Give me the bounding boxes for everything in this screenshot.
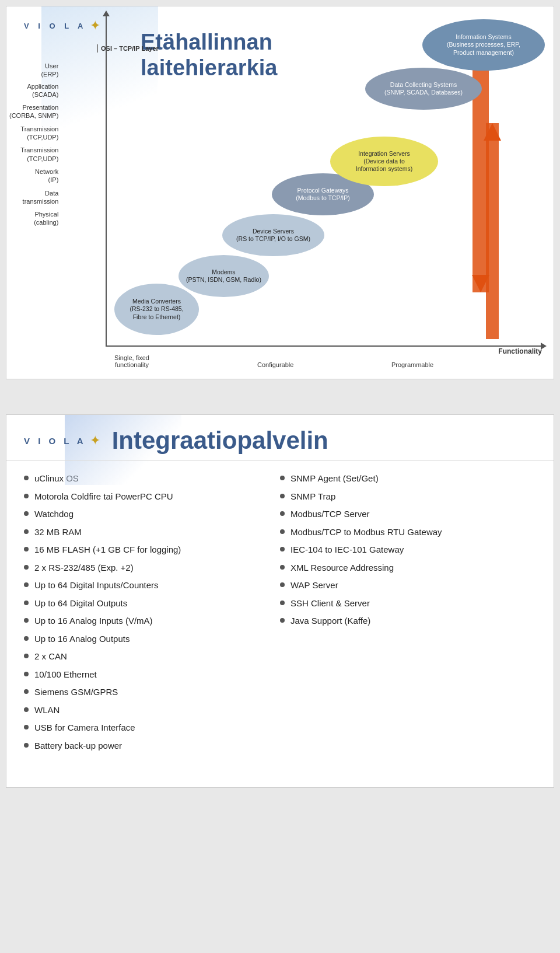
list-item: XML Resource Addressing <box>280 562 524 574</box>
layer-user-erp: User(ERP) <box>9 62 61 79</box>
ellipse-media-converters: Media Converters(RS-232 to RS-485,Fibre … <box>114 284 199 335</box>
slide2-logo-text: V I O L A <box>24 436 86 446</box>
logo-text: V I O L A <box>24 22 86 30</box>
bullet <box>24 725 29 729</box>
layer-presentation: Presentation(CORBA, SNMP) <box>9 103 61 120</box>
list-item: Watchdog <box>24 508 268 520</box>
bullet <box>280 511 285 516</box>
list-item: 2 x RS-232/485 (Exp. +2) <box>24 562 268 574</box>
list-item: Modbus/TCP Server <box>280 508 524 520</box>
list-item: Up to 16 Analog Outputs <box>24 633 268 645</box>
title-line1: Etähallinnan <box>141 30 277 55</box>
bullet <box>24 582 29 587</box>
slide2-logo: V I O L A ✦ <box>24 433 100 448</box>
list-item: WAP Server <box>280 580 524 591</box>
bullet <box>280 618 285 623</box>
bullet <box>24 547 29 551</box>
list-item: Siemens GSM/GPRS <box>24 686 268 698</box>
x-axis <box>106 345 542 347</box>
slide1: V I O L A ✦ OSI – TCP/IP Layer Etähallin… <box>6 6 554 379</box>
logo-star: ✦ <box>90 18 100 33</box>
layer-data: Datatransmission <box>9 189 61 206</box>
list-item: Java Support (Kaffe) <box>280 615 524 627</box>
title-line2: laitehierarkia <box>141 55 277 81</box>
bullet <box>24 743 29 748</box>
list-item: USB for Camera Interface <box>24 722 268 734</box>
osi-header: OSI – TCP/IP Layer <box>101 45 159 52</box>
list-item: Up to 64 Digital Inputs/Counters <box>24 580 268 591</box>
list-item: 32 MB RAM <box>24 526 268 538</box>
bullet <box>280 547 285 551</box>
col2-list: SNMP Agent (Set/Get) SNMP Trap Modbus/TC… <box>280 473 524 627</box>
list-item: SNMP Agent (Set/Get) <box>280 473 524 484</box>
bullet <box>280 494 285 498</box>
slide-gap <box>0 385 560 409</box>
ellipse-modems: Modems(PSTN, ISDN, GSM, Radio) <box>178 255 269 297</box>
ellipse-device-servers: Device Servers(RS to TCP/IP, I/O to GSM) <box>222 214 324 256</box>
bullet <box>280 476 285 480</box>
bullet <box>24 654 29 658</box>
list-item: Motorola Coldfire tai PowerPC CPU <box>24 491 268 502</box>
layer-application: Application(SCADA) <box>9 82 61 99</box>
bullet <box>24 618 29 623</box>
list-item: WLAN <box>24 704 268 716</box>
ellipse-data-collecting: Data Collecting Systems(SNMP, SCADA, Dat… <box>365 68 482 110</box>
bullet <box>24 529 29 534</box>
slide2-logo-star: ✦ <box>90 433 100 448</box>
slide2-col2: SNMP Agent (Set/Get) SNMP Trap Modbus/TC… <box>280 473 536 757</box>
col1-list: uClinux OS Motorola Coldfire tai PowerPC… <box>24 473 268 751</box>
list-item: Modbus/TCP to Modbus RTU Gateway <box>280 526 524 538</box>
axis-label-programmable: Programmable <box>391 361 433 368</box>
list-item: Battery back-up power <box>24 740 268 752</box>
list-item: Up to 64 Digital Outputs <box>24 598 268 609</box>
slide2-header: V I O L A ✦ Integraatiopalvelin <box>6 415 554 461</box>
list-item: 10/100 Ethernet <box>24 669 268 680</box>
bullet <box>24 565 29 570</box>
axis-functionality-label: Functionality <box>498 347 542 355</box>
list-item: 2 x CAN <box>24 651 268 662</box>
bullet <box>24 601 29 605</box>
bullet <box>24 689 29 694</box>
layer-physical: Physical(cabling) <box>9 210 61 227</box>
slide1-title: Etähallinnan laitehierarkia <box>141 30 277 81</box>
list-item: Up to 16 Analog Inputs (V/mA) <box>24 615 268 627</box>
layer-network: Network(IP) <box>9 167 61 184</box>
list-item: 16 MB FLASH (+1 GB CF for logging) <box>24 544 268 556</box>
y-axis <box>106 15 107 347</box>
usb-camera-item: USB for Camera Interface <box>34 722 135 734</box>
axis-label-single: Single, fixedfunctionality <box>114 354 149 368</box>
slide1-logo: V I O L A ✦ <box>24 18 100 33</box>
bullet <box>24 672 29 676</box>
slide2-title: Integraatiopalvelin <box>112 427 328 455</box>
bullet <box>280 582 285 587</box>
layer-transmission1: Transmission(TCP,UDP) <box>9 125 61 142</box>
list-item: IEC-104 to IEC-101 Gateway <box>280 544 524 556</box>
bullet <box>24 636 29 641</box>
bullet <box>24 476 29 480</box>
bullet <box>280 565 285 570</box>
axis-label-configurable: Configurable <box>257 361 293 368</box>
slide2-col1: uClinux OS Motorola Coldfire tai PowerPC… <box>24 473 280 757</box>
layer-transmission2: Transmission(TCP,UDP) <box>9 146 61 163</box>
arrow-up <box>475 123 510 345</box>
bullet <box>280 529 285 534</box>
list-item: SSH Client & Server <box>280 598 524 609</box>
bullet <box>24 494 29 498</box>
ellipse-integration-servers: Integration Servers(Device data toInform… <box>330 137 438 186</box>
bullet <box>280 601 285 605</box>
slide2: V I O L A ✦ Integraatiopalvelin uClinux … <box>6 414 554 788</box>
ellipse-information-systems: Information Systems(Business processes, … <box>422 19 545 71</box>
slide2-content: uClinux OS Motorola Coldfire tai PowerPC… <box>6 461 554 769</box>
list-item: SNMP Trap <box>280 491 524 502</box>
bullet <box>24 511 29 516</box>
bullet <box>24 707 29 712</box>
